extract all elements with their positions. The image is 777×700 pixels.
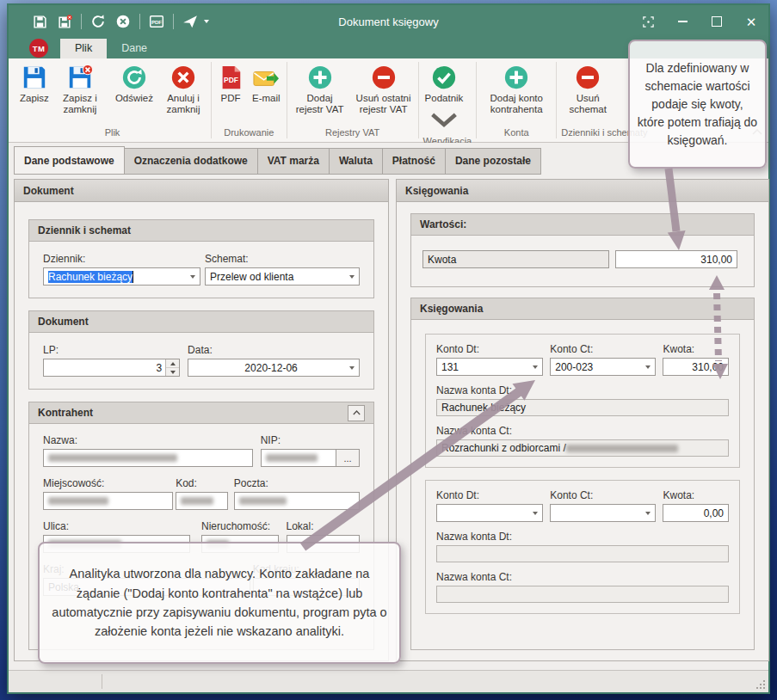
minus-circle-icon (371, 64, 397, 90)
nip-lookup-button[interactable]: ... (336, 449, 360, 467)
kwota-name-field: Kwota (422, 250, 609, 268)
usun-ostatni-rejestr-vat-button[interactable]: Usuń ostatni rejestr VAT (351, 63, 416, 117)
schemat-label: Schemat: (205, 253, 360, 265)
close-button[interactable]: ✕ (734, 5, 768, 38)
group-wartosci: Wartości: Kwota 310,00 (410, 213, 755, 287)
lp-label: LP: (43, 344, 180, 356)
ribbon-group-konta: Dodaj konto kontrahenta Konta (478, 58, 554, 142)
data-combobox[interactable]: 2020-12-06 (188, 359, 360, 377)
anuluj-i-zamknij-button[interactable]: Anuluj i zamknij (157, 63, 209, 117)
schemat-combobox[interactable]: Przelew od klienta (205, 267, 360, 286)
kwota-field[interactable]: 0,00 (663, 504, 729, 522)
pdf-button[interactable]: PDF (148, 13, 165, 30)
dziennik-combobox[interactable]: Rachunek bieżący (43, 267, 200, 286)
tab-dane-pozostale[interactable]: Dane pozostałe (446, 148, 541, 175)
nazwa-field[interactable] (43, 449, 253, 467)
titlebar: PDF Dokument księgowy ✕ (9, 5, 768, 38)
data-label: Data: (188, 344, 360, 356)
konto-dt-label: Konto Dt: (436, 343, 543, 355)
zapisz-button[interactable]: Zapisz (15, 63, 53, 106)
fit-window-button[interactable] (631, 5, 665, 38)
kwota-field[interactable]: 310,00 (663, 358, 729, 376)
collapse-button[interactable] (348, 405, 365, 421)
konto-dt-combobox[interactable]: 131 (436, 358, 543, 376)
redacted-text (48, 497, 108, 505)
refresh-icon (90, 14, 106, 29)
svg-text:PDF: PDF (151, 20, 162, 25)
email-button[interactable]: E-mail (248, 63, 285, 106)
app-logo[interactable]: TM (29, 39, 48, 58)
nieruchomosc-label: Nieruchomość: (201, 520, 278, 532)
tab-waluta[interactable]: Waluta (330, 148, 383, 175)
ribbon-group-caption: Konta (478, 126, 554, 142)
toolbar-separator (81, 14, 82, 29)
chevron-up-icon (353, 410, 361, 415)
maximize-icon (712, 16, 722, 27)
toolbar-separator (139, 14, 140, 29)
group-dokument: Dokument LP: 3 Data: (28, 310, 374, 390)
panel-ksiegowania-header: Księgowania (397, 180, 768, 202)
save-icon (22, 64, 47, 90)
save-button[interactable] (31, 13, 48, 30)
nazwa-konta-ct-field (436, 586, 729, 603)
tab-platnosc[interactable]: Płatność (383, 148, 446, 175)
konto-ct-combobox[interactable] (550, 504, 656, 522)
save-close-button[interactable] (56, 13, 73, 30)
pdf-button[interactable]: PDF PDF (213, 63, 248, 106)
nazwa-konta-dt-label: Nazwa konta Dt: (436, 531, 729, 543)
redacted-text (566, 445, 678, 452)
tab-plik[interactable]: Plik (60, 39, 107, 58)
poczta-label: Poczta: (234, 477, 360, 489)
miejscowosc-field[interactable] (43, 492, 173, 510)
group-header: Dziennik i schemat (29, 220, 373, 242)
caret-down-icon[interactable] (204, 20, 209, 23)
konto-ct-label: Konto Ct: (550, 489, 656, 501)
ribbon-separator (287, 62, 287, 138)
kwota-amount-field[interactable]: 310,00 (615, 250, 737, 268)
dodaj-konto-kontrahenta-button[interactable]: Dodaj konto kontrahenta (478, 63, 554, 117)
dodaj-rejestr-vat-button[interactable]: Dodaj rejestr VAT (289, 63, 351, 117)
cancel-button[interactable] (114, 13, 132, 30)
resize-grip[interactable] (755, 679, 766, 690)
dziennik-label: Dziennik: (43, 253, 200, 265)
nazwa-konta-dt-label: Nazwa konta Dt: (436, 384, 729, 396)
redacted-text (181, 497, 213, 505)
group-header: Kontrahent (29, 402, 373, 424)
statusbar (9, 670, 768, 692)
email-icon (253, 64, 279, 90)
usun-schemat-button[interactable]: Usuń schemat (558, 63, 617, 117)
kod-label: Kod: (176, 477, 228, 489)
tab-vat-marza[interactable]: VAT marża (258, 148, 330, 175)
tab-dane[interactable]: Dane (107, 39, 162, 58)
refresh-button[interactable] (89, 13, 107, 30)
konto-ct-label: Konto Ct: (550, 343, 656, 355)
nip-field[interactable] (261, 449, 336, 467)
minus-circle-icon (575, 64, 601, 90)
tab-oznaczenia-dodatkowe[interactable]: Oznaczenia dodatkowe (125, 148, 258, 175)
chevron-down-icon (533, 512, 538, 515)
odswiez-button[interactable]: Odśwież (111, 63, 157, 106)
konto-dt-combobox[interactable] (436, 504, 543, 522)
podatnik-button[interactable]: Podatnik (421, 63, 468, 135)
maximize-button[interactable] (700, 5, 734, 38)
spin-up-icon (170, 362, 176, 365)
cancel-icon (115, 14, 131, 29)
note-callout: Analityka utworzona dla nabywcy. Konto z… (38, 542, 401, 664)
konto-ct-combobox[interactable]: 200-023 (550, 358, 656, 376)
minimize-button[interactable] (665, 5, 700, 38)
poczta-field[interactable] (234, 492, 360, 510)
tab-dane-podstawowe[interactable]: Dane podstawowe (14, 146, 125, 175)
redacted-text (239, 497, 287, 505)
kod-field[interactable] (176, 492, 228, 510)
zapisz-i-zamknij-button[interactable]: Zapisz i zamknij (53, 63, 107, 117)
nip-label: NIP: (261, 434, 360, 446)
refresh-icon (121, 64, 147, 90)
lp-stepper[interactable]: 3 (43, 359, 180, 377)
send-button[interactable] (182, 13, 199, 30)
group-dziennik-i-schemat: Dziennik i schemat Dziennik: Rachunek bi… (28, 219, 374, 298)
spinner-buttons[interactable] (165, 359, 179, 376)
group-header: Dokument (29, 311, 373, 333)
ribbon-separator (556, 62, 557, 138)
nazwa-konta-ct-label: Nazwa konta Ct: (436, 571, 729, 583)
ribbon-group-rejestry-vat: Dodaj rejestr VAT Usuń ostatni rejestr V… (289, 58, 416, 142)
